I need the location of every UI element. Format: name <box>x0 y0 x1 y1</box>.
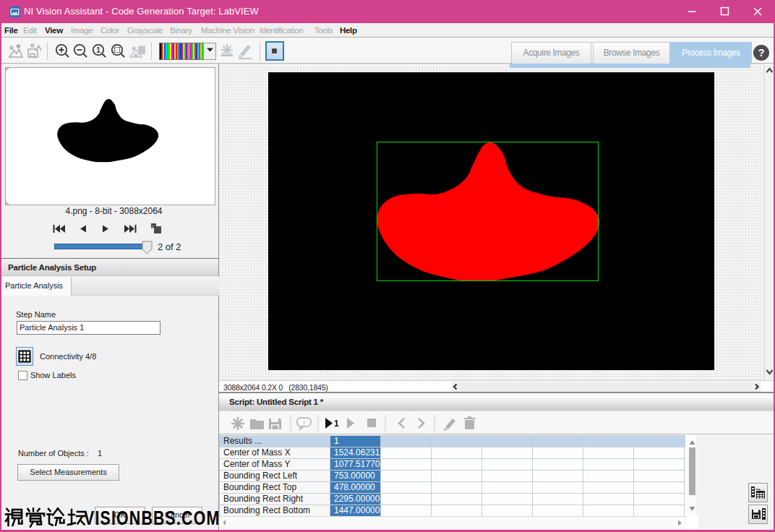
svg-text:1: 1 <box>334 419 339 429</box>
svg-text:VISIONBBS.COM: VISIONBBS.COM <box>84 507 219 528</box>
svg-text:L: L <box>152 225 154 229</box>
svg-text:i: i <box>304 419 306 426</box>
svg-text:1: 1 <box>96 46 100 54</box>
